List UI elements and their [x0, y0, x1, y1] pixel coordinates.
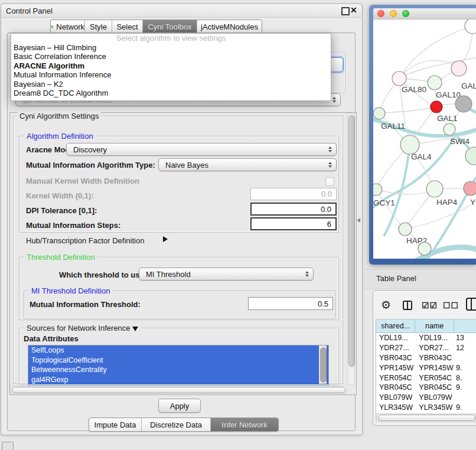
table-cell: 9. — [454, 403, 476, 412]
table-cell: YBR045C — [415, 383, 454, 392]
tab-label: Network — [56, 22, 84, 31]
node-table[interactable]: shared...name YDL19...YDL19...13YDR27...… — [376, 319, 476, 422]
sources-group-title: Sources for Network Inference — [24, 324, 141, 332]
table-row[interactable]: YLR345WYLR345W9. — [376, 403, 476, 413]
tab-infer-network[interactable]: Infer Network — [211, 418, 278, 431]
manual-kernel-width-checkbox[interactable] — [325, 177, 334, 186]
table-cell: 12 — [454, 344, 476, 352]
dpi-tolerance-field[interactable]: 0.0 — [250, 203, 337, 216]
tab-label: Style — [90, 22, 107, 31]
table-row[interactable]: YDR27...YDR27...12 — [376, 343, 476, 353]
settings-horizontal-scrollbar[interactable] — [10, 386, 347, 393]
columns-icon[interactable] — [402, 300, 413, 311]
network-window-titlebar[interactable] — [373, 8, 476, 19]
network-node-right-green[interactable] — [465, 147, 476, 165]
kernel-width-label: Kernel Width (0,1): — [26, 191, 94, 200]
mi-algorithm-type-label: Mutual Information Algorithm Type: — [26, 161, 155, 169]
network-node-gal10[interactable] — [428, 76, 442, 90]
deselect-all-icon[interactable]: ☐☐ — [443, 301, 459, 310]
attribute-item-topologicalcoefficient[interactable]: TopologicalCoefficient — [28, 356, 328, 366]
select-all-icon[interactable]: ☑☑ — [422, 301, 438, 310]
tab-cyni-toolbox[interactable]: Cyni Toolbox — [143, 20, 197, 33]
algorithm-option-basic-correlation-inference[interactable]: Basic Correlation Inference — [11, 52, 331, 61]
tab-select[interactable]: Select — [112, 20, 143, 33]
apply-button[interactable]: Apply — [158, 399, 201, 413]
aracne-mode-combo[interactable]: Discovery — [66, 143, 337, 156]
column-header-partial[interactable] — [454, 319, 476, 333]
network-node-label-gal11: GAL11 — [381, 122, 405, 131]
algorithm-definition-title: Algorithm Definition — [24, 132, 96, 141]
network-node-gcy1[interactable] — [373, 184, 382, 195]
network-node-gal1[interactable] — [431, 101, 442, 113]
kernel-width-field[interactable]: 0.0 — [250, 188, 337, 200]
network-canvas[interactable]: GALGAL80GAL10GAL1GAL11SWI4GAL4GCY1HAP4YH… — [373, 19, 476, 259]
network-node-gal11[interactable] — [373, 107, 385, 119]
tab-impute-data[interactable]: Impute Data — [89, 418, 142, 431]
algorithm-option-aracne-algorithm[interactable]: ARACNE Algorithm — [11, 61, 331, 70]
data-attributes-label: Data Attributes — [24, 334, 79, 343]
network-node-swi4[interactable] — [444, 123, 455, 135]
network-node-pink-right[interactable] — [464, 181, 476, 195]
column-header-shared[interactable]: shared... — [376, 319, 415, 333]
settings-vertical-scrollbar[interactable] — [347, 113, 355, 385]
network-node-hap2[interactable] — [399, 223, 412, 236]
tab-network[interactable]: Network — [51, 20, 85, 33]
mi-threshold-field[interactable]: 0.5 — [248, 297, 333, 310]
application-root: Control Panel ✕ NetworkStyleSelectCyni T… — [0, 0, 476, 450]
network-node-gal80[interactable] — [392, 71, 406, 86]
close-traffic-light-icon[interactable] — [377, 10, 384, 17]
algorithm-option-mutual-information-inference[interactable]: Mutual Information Inference — [11, 70, 331, 79]
table-row[interactable]: YBR043CYBR043C — [376, 353, 476, 363]
table-horizontal-scrollbar[interactable] — [376, 413, 476, 421]
combo-arrows-icon — [305, 271, 309, 277]
table-cell: YDL19... — [376, 334, 415, 342]
network-node-label-gal80: GAL80 — [402, 85, 426, 94]
table-row[interactable]: YER054CYER054C8. — [376, 373, 476, 383]
which-threshold-combo[interactable]: MI Threshold — [139, 268, 314, 281]
table-icon[interactable] — [465, 297, 476, 311]
attributes-vertical-scrollbar[interactable] — [319, 345, 327, 384]
attribute-item-selfloops[interactable]: SelfLoops — [28, 345, 328, 356]
data-attributes-list[interactable]: SelfLoopsTopologicalCoefficientBetweenne… — [28, 345, 329, 386]
attribute-item-betweennesscentrality[interactable]: BetweennessCentrality — [28, 365, 328, 375]
data-tools-tabbar: Impute DataDiscretize DataInfer Network — [89, 418, 279, 432]
table-row[interactable]: YBL079WYBL079W — [376, 393, 476, 403]
network-node-label-hap4: HAP4 — [436, 198, 458, 207]
table-row[interactable]: YDL19...YDL19...13 — [376, 333, 476, 343]
attribute-item-gal4rgexp[interactable]: gal4RGexp — [28, 375, 328, 385]
column-header-name[interactable]: name — [415, 319, 454, 333]
mi-steps-field[interactable]: 6 — [250, 217, 337, 230]
network-node-gal-partial[interactable] — [451, 61, 467, 76]
network-node-top-partial[interactable] — [465, 19, 476, 34]
network-node-gal4[interactable] — [400, 135, 419, 154]
minimized-panel-icon[interactable] — [2, 442, 14, 450]
algorithm-option-dream8-dc-tdc-algorithm[interactable]: Dream8 DC_TDC Algorithm — [11, 89, 331, 97]
table-row[interactable]: YBR045CYBR045C9. — [376, 383, 476, 393]
gear-icon[interactable]: ⚙ — [381, 298, 391, 312]
table-cell: YLR345W — [376, 403, 415, 412]
close-panel-icon[interactable]: ✕ — [350, 5, 357, 15]
float-panel-icon[interactable] — [341, 7, 350, 15]
algorithm-option-bayesian-k2[interactable]: Bayesian – K2 — [11, 80, 331, 89]
table-panel-title: Table Panel — [376, 274, 416, 283]
tab-jactivemnodules[interactable]: jActiveMNodules — [197, 20, 262, 33]
table-cell: YER054C — [415, 374, 454, 382]
network-node-bottom-partial[interactable] — [418, 242, 431, 255]
control-panel-titlebar[interactable] — [1, 4, 361, 18]
splitter-collapse-icon[interactable] — [357, 218, 360, 223]
tab-discretize-data[interactable]: Discretize Data — [142, 418, 211, 431]
combo-arrows-icon — [328, 146, 332, 152]
minimize-traffic-light-icon[interactable] — [390, 10, 397, 17]
tab-style[interactable]: Style — [85, 20, 112, 33]
algorithm-option-bayesian-hill-climbing[interactable]: Bayesian – Hill Climbing — [11, 43, 331, 52]
network-node-hap4[interactable] — [426, 181, 443, 197]
table-cell: YLR345W — [415, 403, 454, 412]
network-node-gray-node[interactable] — [455, 96, 472, 112]
expand-arrow-icon[interactable] — [163, 236, 168, 242]
collapse-arrow-icon[interactable] — [132, 327, 138, 331]
manual-kernel-width-label: Manual Kernel Width Definition — [26, 177, 139, 185]
table-row[interactable]: YPR145WYPR145W9. — [376, 363, 476, 373]
mi-algorithm-type-combo[interactable]: Naive Bayes — [158, 158, 337, 171]
zoom-traffic-light-icon[interactable] — [402, 10, 409, 17]
mi-steps-label: Mutual Information Steps: — [26, 221, 120, 230]
